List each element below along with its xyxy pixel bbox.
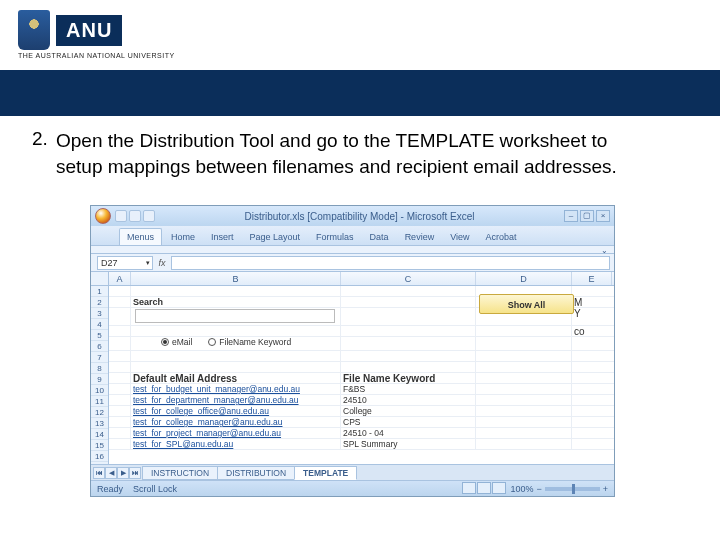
sheet-instruction[interactable]: INSTRUCTION [142, 466, 218, 480]
table-row: test_for_college_manager@anu.edu.auCPS [109, 417, 614, 428]
office-button[interactable] [95, 208, 111, 224]
table-row: test_for_college_office@anu.edu.auColleg… [109, 406, 614, 417]
formula-bar: D27▾ fx [91, 254, 614, 272]
col-B[interactable]: B [131, 272, 341, 285]
table-row: test_for_project_manager@anu.edu.au24510… [109, 428, 614, 439]
col-E[interactable]: E [572, 272, 612, 285]
formula-input[interactable] [171, 256, 610, 270]
sheet-nav-buttons[interactable]: ⏮◀▶⏭ [93, 467, 141, 479]
tab-review[interactable]: Review [398, 229, 442, 245]
col-C[interactable]: C [341, 272, 476, 285]
fx-icon[interactable]: fx [153, 258, 171, 268]
status-ready: Ready [97, 484, 123, 494]
header-keyword: File Name Keyword [341, 373, 476, 383]
tab-menus[interactable]: Menus [119, 228, 162, 245]
show-all-button[interactable]: Show All [479, 294, 574, 314]
excel-window: Distributor.xls [Compatibility Mode] - M… [90, 205, 615, 497]
tab-page-layout[interactable]: Page Layout [243, 229, 308, 245]
table-row: test_for_SPL@anu.edu.auSPL Summary [109, 439, 614, 450]
sheet-distribution[interactable]: DISTRIBUTION [217, 466, 295, 480]
anu-subtitle: THE AUSTRALIAN NATIONAL UNIVERSITY [18, 52, 175, 59]
anu-crest-icon [18, 10, 50, 50]
close-button[interactable]: × [596, 210, 610, 222]
tab-acrobat[interactable]: Acrobat [479, 229, 524, 245]
zoom-slider[interactable] [545, 487, 600, 491]
window-title: Distributor.xls [Compatibility Mode] - M… [159, 211, 560, 222]
ribbon-collapse-icon[interactable]: ⌄ [598, 246, 610, 254]
table-row: test_for_budget_unit_manager@anu.edu.auF… [109, 384, 614, 395]
name-box[interactable]: D27▾ [97, 256, 153, 270]
header-bar [0, 70, 720, 116]
restore-button[interactable]: ▢ [580, 210, 594, 222]
status-bar: Ready Scroll Lock 100% − + [91, 480, 614, 496]
anu-logo: ANU [18, 10, 122, 50]
column-headers: A B C D E [91, 272, 614, 286]
sheet-tab-bar: ⏮◀▶⏭ INSTRUCTION DISTRIBUTION TEMPLATE [91, 464, 614, 480]
tab-data[interactable]: Data [363, 229, 396, 245]
ribbon-body: ⌄ [91, 246, 614, 254]
window-controls[interactable]: – ▢ × [564, 210, 610, 222]
search-label: Search [131, 297, 341, 307]
col-D[interactable]: D [476, 272, 572, 285]
select-all-button[interactable] [91, 272, 109, 285]
radio-filename[interactable]: FileName Keyword [208, 337, 291, 347]
minimize-button[interactable]: – [564, 210, 578, 222]
view-buttons[interactable] [462, 482, 507, 496]
tab-insert[interactable]: Insert [204, 229, 241, 245]
ribbon-tabs: Menus Home Insert Page Layout Formulas D… [91, 226, 614, 246]
step-number: 2. [32, 128, 48, 150]
anu-wordmark: ANU [56, 15, 122, 46]
tab-view[interactable]: View [443, 229, 476, 245]
quick-access-toolbar[interactable] [115, 210, 155, 222]
zoom-out-button[interactable]: − [536, 484, 541, 494]
status-scroll-lock: Scroll Lock [133, 484, 177, 494]
spreadsheet-grid[interactable]: 1 2 3 4 5 6 7 8 9 10 11 12 13 14 15 16 S… [91, 286, 614, 464]
col-A[interactable]: A [109, 272, 131, 285]
sheet-template[interactable]: TEMPLATE [294, 466, 357, 480]
step-text: Open the Distribution Tool and go to the… [56, 128, 656, 179]
tab-home[interactable]: Home [164, 229, 202, 245]
table-row: test_for_department_manager@anu.edu.au24… [109, 395, 614, 406]
zoom-in-button[interactable]: + [603, 484, 608, 494]
tab-formulas[interactable]: Formulas [309, 229, 361, 245]
header-email: Default eMail Address [131, 373, 341, 383]
radio-email[interactable]: eMail [161, 337, 192, 347]
titlebar: Distributor.xls [Compatibility Mode] - M… [91, 206, 614, 226]
cells-area[interactable]: SearchM Y co eMailFileName Keyword Defau… [109, 286, 614, 464]
zoom-level[interactable]: 100% [510, 484, 533, 494]
row-headers: 1 2 3 4 5 6 7 8 9 10 11 12 13 14 15 16 [91, 286, 109, 464]
search-input[interactable] [135, 309, 335, 323]
